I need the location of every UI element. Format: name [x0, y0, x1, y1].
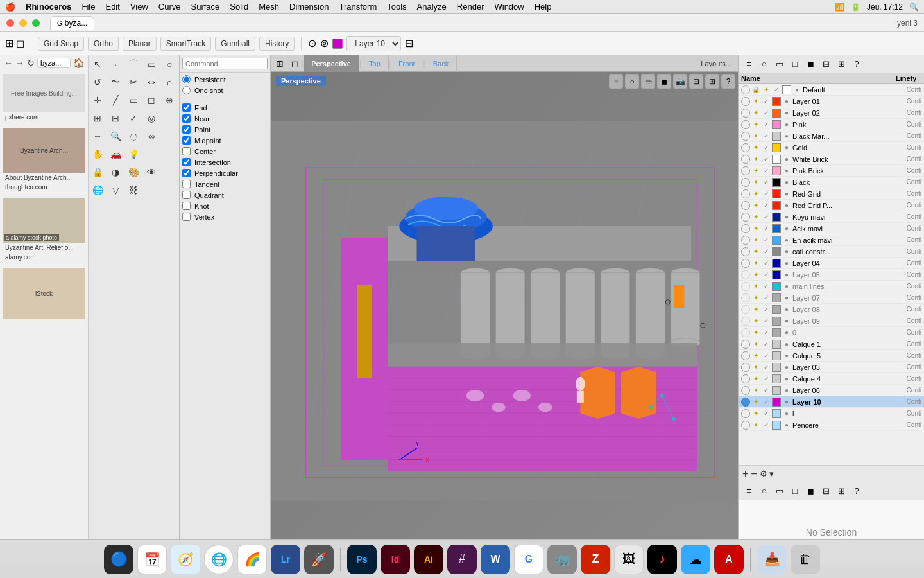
- layer-name[interactable]: Layer 03: [792, 363, 902, 371]
- layer-color[interactable]: [772, 421, 781, 430]
- layer-name[interactable]: Pencere: [792, 421, 902, 429]
- layer-color[interactable]: [772, 351, 781, 360]
- menu-analyze[interactable]: Analyze: [417, 2, 447, 12]
- snap-vertex-check[interactable]: [182, 213, 191, 221]
- layer-visible[interactable]: [741, 328, 750, 337]
- layer-name[interactable]: White Brick: [792, 155, 902, 163]
- layer-visible[interactable]: [741, 293, 750, 302]
- layer-name[interactable]: Layer 04: [792, 259, 902, 267]
- layer-color[interactable]: [772, 247, 781, 256]
- snap-knot-check[interactable]: [182, 202, 191, 210]
- menu-file[interactable]: File: [82, 2, 96, 12]
- material-icon[interactable]: ○: [625, 74, 639, 89]
- layer-visible[interactable]: [741, 224, 750, 233]
- object-icon[interactable]: ▭: [641, 74, 655, 89]
- lock-tool[interactable]: 🔒: [89, 163, 107, 181]
- layer-name[interactable]: Default: [803, 86, 902, 94]
- snap-quadrant-check[interactable]: [182, 191, 191, 199]
- dock-finder[interactable]: 🔵: [104, 545, 133, 574]
- layer-row-05[interactable]: ✦ ✓ ● Layer 05 Conti: [739, 269, 924, 281]
- layer-name[interactable]: Layer 07: [792, 294, 902, 302]
- layer-name[interactable]: Layer 02: [792, 109, 902, 117]
- mat-props-icon2[interactable]: ▭: [773, 485, 786, 498]
- eye-tool[interactable]: 👁: [142, 163, 160, 181]
- layer-color[interactable]: [772, 259, 781, 268]
- dock-trash[interactable]: 🗑: [791, 545, 820, 574]
- layer-row-l[interactable]: ✦ ✓ ● l Conti: [739, 408, 924, 419]
- layer-color[interactable]: [772, 201, 781, 210]
- layer-name[interactable]: Calque 4: [792, 375, 902, 383]
- layer-color[interactable]: [772, 374, 781, 383]
- cam-icon2[interactable]: ◼: [804, 485, 817, 498]
- dock-launchpad[interactable]: 🚀: [304, 545, 334, 574]
- browser-tab[interactable]: G byza...: [50, 16, 94, 30]
- camera-icon[interactable]: 📷: [673, 74, 687, 89]
- layer-row-redgridp[interactable]: ✦ ✓ ● Red Grid P... Conti: [739, 200, 924, 211]
- extrude-tool[interactable]: ◻: [142, 91, 160, 109]
- layer-name[interactable]: Calque 5: [792, 352, 902, 360]
- layer-name[interactable]: Red Grid P...: [792, 202, 902, 209]
- dock-lightroom[interactable]: Lr: [271, 545, 300, 574]
- menu-curve[interactable]: Curve: [158, 2, 181, 12]
- layer-name[interactable]: Layer 06: [792, 387, 902, 394]
- snap-midpoint-check[interactable]: [182, 136, 191, 144]
- layer-name[interactable]: Layer 01: [792, 98, 902, 105]
- layer-name[interactable]: 0: [792, 329, 902, 337]
- layer-name[interactable]: Layer 10: [792, 398, 902, 406]
- layer-visible[interactable]: [741, 109, 750, 118]
- layouts-button[interactable]: Layouts...: [694, 60, 738, 67]
- layer-row-01[interactable]: ✦ ✓ ● Layer 01 Conti: [739, 96, 924, 107]
- layer-row-06[interactable]: ✦ ✓ ● Layer 06 Conti: [739, 385, 924, 396]
- move-tool[interactable]: ✛: [89, 91, 107, 109]
- layer-row-pencere[interactable]: ✦ ✓ ● Pencere Conti: [739, 419, 924, 431]
- dock-music[interactable]: ♪: [647, 545, 677, 574]
- dock-googledocs[interactable]: G: [514, 545, 543, 574]
- arrow-tool[interactable]: ▽: [107, 181, 124, 199]
- object-properties-icon[interactable]: ○: [758, 58, 771, 71]
- layer-visible[interactable]: [741, 398, 750, 407]
- layers-icon2[interactable]: ≡: [742, 485, 755, 498]
- point-tool[interactable]: ·: [107, 55, 124, 73]
- menu-dimension[interactable]: Dimension: [289, 2, 329, 12]
- layer-color[interactable]: [772, 224, 781, 233]
- settings-icon2[interactable]: ⊞: [835, 485, 848, 498]
- layer-visible[interactable]: [741, 201, 750, 210]
- layer-name[interactable]: Black Mar...: [792, 132, 902, 140]
- dock-photoshop[interactable]: Ps: [347, 545, 377, 574]
- layer-name[interactable]: l: [792, 410, 902, 417]
- dock-word[interactable]: W: [481, 545, 510, 574]
- dock-illustrator[interactable]: Ai: [414, 545, 443, 574]
- dock-rhino[interactable]: 🦏: [547, 545, 577, 574]
- tab-perspective[interactable]: Perspective: [304, 55, 359, 72]
- grid-layout-icon[interactable]: ⊞: [271, 58, 289, 69]
- layer-color[interactable]: [772, 328, 781, 337]
- layer-color[interactable]: [772, 178, 781, 187]
- help-icon[interactable]: ?: [721, 74, 735, 89]
- layer-name[interactable]: Pink: [792, 121, 902, 128]
- viewport-icon2[interactable]: ◻: [289, 58, 302, 69]
- layer-visible[interactable]: [741, 85, 750, 94]
- circle-tool[interactable]: ○: [160, 55, 178, 73]
- layer-visible[interactable]: [741, 189, 750, 198]
- layer-row-calque1[interactable]: ✦ ✓ ● Calque 1 Conti: [739, 338, 924, 350]
- light-tool[interactable]: 💡: [124, 145, 142, 163]
- settings-icon[interactable]: ⊞: [835, 58, 848, 71]
- menu-window[interactable]: Window: [494, 2, 524, 12]
- layer-select[interactable]: Layer 10: [346, 36, 401, 51]
- obj-props-icon2[interactable]: ○: [758, 485, 771, 498]
- layer-row-10[interactable]: ✦ ✓ ● Layer 10 Conti: [739, 396, 924, 408]
- grid-tool[interactable]: ⊞: [89, 109, 107, 127]
- render-props-icon[interactable]: □: [789, 58, 801, 71]
- layer-color[interactable]: [772, 340, 781, 349]
- layer-color[interactable]: [772, 213, 781, 222]
- snap-tangent-check[interactable]: [182, 180, 191, 188]
- layer-visible[interactable]: [741, 282, 750, 291]
- display-props-icon[interactable]: ⊟: [819, 58, 832, 71]
- expand-icon[interactable]: ⊟: [405, 37, 413, 49]
- layer-color[interactable]: [772, 120, 781, 129]
- layer-color[interactable]: [772, 305, 781, 314]
- dock-calendar[interactable]: 📅: [137, 545, 167, 574]
- planar-button[interactable]: Planar: [123, 37, 157, 51]
- snap-point-check[interactable]: [182, 125, 191, 134]
- history-button[interactable]: History: [259, 37, 295, 51]
